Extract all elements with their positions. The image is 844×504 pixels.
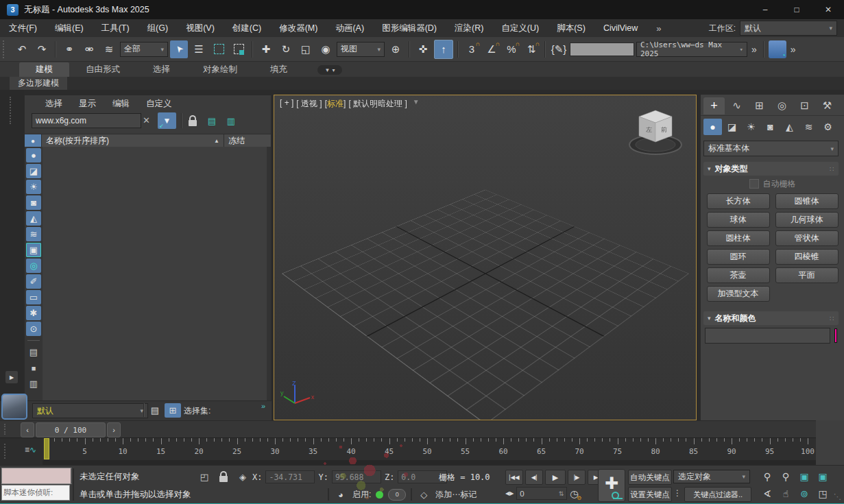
menu-item-CivilView[interactable]: CivilView [594,19,647,37]
ribbon-tab-自由形式[interactable]: 自由形式 [69,62,136,77]
edit-named-sets-icon[interactable]: {✎} [550,40,568,58]
zoom-icon[interactable]: ⚲ [758,468,776,485]
time-slider[interactable]: ‹ 0 / 100 › [21,422,121,436]
menu-item-修改器(M)[interactable]: 修改器(M) [270,19,326,37]
filter-hidden-icon[interactable]: ⊙ [26,322,41,336]
reference-coordinate-dropdown[interactable]: 视图▾ [337,42,385,57]
cat-lights[interactable]: ☀ [742,119,760,135]
close-button[interactable]: ✕ [812,0,844,19]
tab-create[interactable]: + [703,97,725,115]
toolbar-grip[interactable] [3,40,8,58]
y-coordinate-field[interactable]: 95.688 [332,470,381,483]
zoom-all-icon[interactable]: ⚲ [777,468,795,485]
select-and-rotate-icon[interactable]: ↻ [277,40,295,58]
viewcube[interactable]: 左 前 [626,106,685,158]
viewport-menu-style[interactable]: [标准] [325,98,346,110]
dock-grip[interactable] [4,424,5,435]
cat-cameras[interactable]: ◙ [761,119,780,135]
window-crossing-icon[interactable] [230,40,248,58]
play-button[interactable]: ▶ [545,470,566,485]
menu-item-视图(V)[interactable]: 视图(V) [177,19,224,37]
maxscript-mini-listener[interactable]: 脚本迷你侦听: [1,485,70,501]
cat-helpers[interactable]: ◭ [780,119,799,135]
filter-cameras-icon[interactable]: ◙ [26,195,41,210]
explorer-scrollbar[interactable] [267,147,271,400]
filter-xrefs-icon[interactable]: ◎ [26,259,41,273]
ribbon-flyout-button[interactable]: ▼▾ [317,65,342,75]
zoom-extents-icon[interactable]: ▣ [795,468,813,485]
set-key-button[interactable]: 设置关键点 [628,487,672,502]
explorer-menu-自定义[interactable]: 自定义 [138,98,180,110]
percent-snap-icon[interactable]: %∩ [503,40,520,58]
maximize-button[interactable]: □ [781,0,812,19]
redo-icon[interactable]: ↷ [33,40,51,58]
rect-selection-region-icon[interactable] [210,40,228,58]
per-view-filter-icon[interactable]: ▼ [413,98,420,110]
spinner-snap-icon[interactable]: ⇅∩ [522,40,540,58]
cat-systems[interactable]: ⚙ [819,119,837,135]
create-button-圆锥体[interactable]: 圆锥体 [775,193,839,209]
menu-item-创建(C)[interactable]: 创建(C) [224,19,270,37]
menu-item-工具(T)[interactable]: 工具(T) [93,19,138,37]
menu-overflow-chevron[interactable]: » [656,23,661,34]
filter-groups-icon[interactable]: ▣ [26,243,41,257]
create-button-四棱锥[interactable]: 四棱锥 [775,249,839,265]
default-layer-dropdown[interactable]: 默认 ▾ [32,403,148,418]
menu-item-编辑(E)[interactable]: 编辑(E) [46,19,93,37]
select-and-manipulate-icon[interactable]: ✜ [414,40,432,58]
workspace-dropdown[interactable]: 默认 ▾ [740,21,837,36]
unlink-selection-icon[interactable]: ⚮ [80,40,98,58]
track-bar-ruler[interactable]: 0510152025303540455055606570758085909510… [43,438,816,460]
expand-panel-button[interactable]: ▶ [5,371,18,383]
select-and-scale-icon[interactable]: ◱ [297,40,315,58]
frozen-column-header[interactable]: 冻结 [224,135,271,147]
select-by-name-icon[interactable]: ☰ [190,40,208,58]
expand-tree-icon[interactable]: ▤ [204,114,219,128]
current-frame-marker[interactable] [44,438,49,459]
menu-item-组(G)[interactable]: 组(G) [138,19,178,37]
select-and-move-icon[interactable]: ✚ [257,40,275,58]
menu-item-动画(A)[interactable]: 动画(A) [326,19,373,37]
filter-shapes-icon[interactable]: ◪ [26,164,41,178]
enabled-indicator[interactable] [376,491,383,499]
create-button-长方体[interactable]: 长方体 [707,193,770,209]
object-name-field[interactable] [705,328,830,344]
zoom-region-icon[interactable]: ∢ [758,485,776,502]
key-selection-dropdown[interactable]: 选定对象 ▾ [673,470,750,483]
create-button-圆环[interactable]: 圆环 [707,249,770,265]
explorer-swatch-icon[interactable]: ■ [26,361,41,375]
menu-item-文件(F)[interactable]: 文件(F) [0,19,46,37]
ribbon-tab-对象绘制[interactable]: 对象绘制 [186,62,254,77]
window-resize-grip[interactable]: ⋱ [834,492,841,501]
key-filters-button[interactable]: 关键点过滤器.. [684,487,751,502]
project-folder-dropdown[interactable]: C:\Users\ww⋯ds Max 2025▾ [636,42,747,57]
clear-search-icon[interactable]: ✕ [143,115,150,125]
toolbar-overflow-chevron[interactable]: » [749,44,759,55]
tab-motion[interactable]: ◎ [771,97,793,115]
viewport-menu-pov[interactable]: [ 透视 ] [296,98,322,110]
layers-stack-icon[interactable]: ▤ [147,403,163,418]
filter-spacewarps-icon[interactable]: ≋ [26,227,41,241]
selection-filter-dropdown[interactable]: 全部▾ [120,42,168,57]
explorer-menu-选择[interactable]: 选择 [37,98,71,110]
explorer-list-icon[interactable]: ▤ [26,345,41,359]
orbit-icon[interactable]: ⊚ [795,485,813,502]
go-to-start-button[interactable]: |◀◀ [505,470,523,485]
use-center-icon[interactable]: ⊕ [387,40,405,58]
counter-pill[interactable]: 0 [388,489,406,501]
collapse-tree-icon[interactable]: ▥ [224,114,239,128]
create-button-平面[interactable]: 平面 [775,267,839,283]
add-time-tag[interactable]: 添加⋯标记 [435,489,477,501]
cat-spacewarps[interactable]: ≋ [799,119,818,135]
undo-icon[interactable]: ↶ [13,40,31,58]
viewport-menu-shading[interactable]: [ 默认明暗处理 ] [348,98,407,110]
angle-snap-icon[interactable]: ∠∩ [483,40,501,58]
create-button-球体[interactable]: 球体 [707,212,770,228]
ribbon-subtab-polygon-modeling[interactable]: 多边形建模 [10,77,67,90]
tab-display[interactable]: ⊡ [794,97,815,115]
next-frame-button[interactable]: › [107,422,121,437]
menu-item-渲染(R)[interactable]: 渲染(R) [446,19,492,37]
name-column-header[interactable]: 名称(按升序排序) ▲ [42,134,224,147]
minimize-button[interactable]: – [749,0,781,19]
filter-particles-icon[interactable]: ✱ [26,306,41,320]
